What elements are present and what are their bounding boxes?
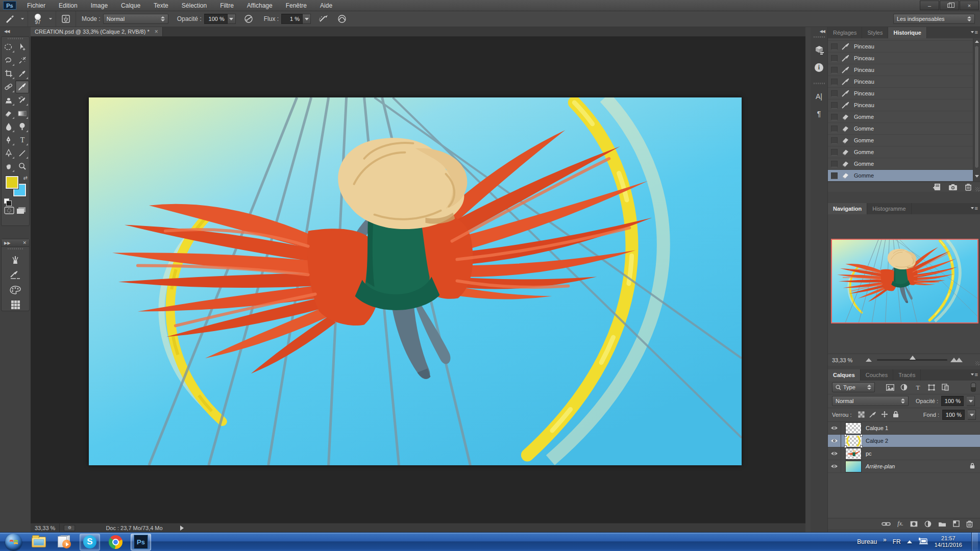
history-entry[interactable]: Pinceau — [828, 64, 980, 76]
layer-row-calque1[interactable]: Calque 1 — [828, 422, 980, 435]
tool-eyedropper[interactable] — [15, 67, 29, 80]
history-source-checkbox[interactable] — [831, 79, 838, 85]
lock-pixels-icon[interactable] — [869, 411, 876, 419]
menu-fenetre[interactable]: Fenêtre — [279, 0, 313, 11]
visibility-eye-icon[interactable] — [828, 435, 841, 447]
tool-history-brush[interactable] — [15, 93, 29, 107]
layer-thumbnail[interactable] — [846, 448, 861, 459]
zoom-slider-thumb[interactable] — [910, 356, 916, 360]
history-source-checkbox[interactable] — [831, 161, 838, 167]
tab-reglages[interactable]: Réglages — [828, 27, 862, 38]
tool-clone-stamp[interactable] — [2, 93, 15, 107]
new-layer-icon[interactable] — [953, 520, 960, 527]
blend-mode-select[interactable]: Normal — [103, 14, 168, 24]
menu-calque[interactable]: Calque — [114, 0, 147, 11]
toggle-brush-panel-button[interactable] — [59, 13, 72, 25]
show-hidden-icons-button[interactable] — [907, 540, 912, 543]
menu-aide[interactable]: Aide — [313, 0, 339, 11]
tool-line-shape[interactable] — [15, 146, 29, 160]
tool-eraser[interactable] — [2, 107, 15, 120]
zoom-in-icon[interactable] — [952, 358, 963, 362]
new-document-from-state-icon[interactable] — [933, 183, 941, 191]
layer-row-calque2-selected[interactable]: Calque 2 — [828, 435, 980, 447]
tab-historique[interactable]: Historique — [888, 27, 926, 38]
network-icon[interactable] — [918, 537, 928, 547]
collapse-panels-icon[interactable]: ◀◀ — [820, 29, 825, 34]
layer-opacity-dropdown[interactable] — [967, 396, 975, 406]
layer-fill-input[interactable]: 100 % — [942, 410, 965, 420]
swap-colors-icon[interactable]: ⇄ — [23, 175, 28, 181]
layer-row-pc[interactable]: pc — [828, 447, 980, 460]
history-entry[interactable]: Pinceau — [828, 41, 980, 53]
lock-all-icon[interactable] — [893, 411, 899, 419]
taskbar-skype[interactable]: S — [80, 534, 100, 550]
lock-position-icon[interactable] — [881, 411, 888, 419]
filter-adjustment-layers-icon[interactable] — [899, 383, 909, 392]
status-zoom-field[interactable]: 33,33 % — [31, 523, 60, 532]
flow-dropdown-button[interactable] — [303, 14, 311, 24]
styles-3d-panel-icon[interactable] — [813, 44, 826, 56]
workspace-select[interactable]: Les indispensables — [893, 14, 975, 24]
delete-state-trash-icon[interactable] — [965, 183, 972, 191]
history-entry[interactable]: Pinceau — [828, 88, 980, 99]
new-group-folder-icon[interactable] — [938, 521, 946, 527]
menu-filtre[interactable]: Filtre — [213, 0, 240, 11]
history-entry[interactable]: Gomme — [828, 135, 980, 146]
canvas[interactable] — [89, 97, 742, 465]
lock-transparency-icon[interactable] — [858, 411, 865, 419]
delete-layer-trash-icon[interactable] — [966, 520, 973, 528]
filter-type-layers-icon[interactable]: T — [913, 383, 923, 392]
menu-image[interactable]: Image — [84, 0, 114, 11]
tool-type[interactable]: T — [15, 133, 29, 146]
airbrush-button[interactable] — [317, 13, 330, 25]
tool-gradient[interactable] — [15, 107, 29, 120]
history-source-checkbox[interactable] — [831, 114, 838, 120]
document-tab[interactable]: CREATION.psd @ 33,3% (Calque 2, RVB/8) *… — [31, 27, 163, 36]
menu-fichier[interactable]: Fichier — [20, 0, 52, 11]
layer-name[interactable]: Arrière-plan — [866, 463, 895, 469]
visibility-eye-icon[interactable] — [828, 447, 841, 460]
history-entry-selected[interactable]: Gomme — [828, 170, 980, 182]
history-source-checkbox[interactable] — [831, 149, 838, 156]
minimize-button[interactable]: – — [920, 1, 939, 10]
tool-pen[interactable] — [2, 133, 15, 146]
history-source-checkbox[interactable] — [831, 137, 838, 144]
history-entry[interactable]: Pinceau — [828, 53, 980, 64]
brush-size-widget[interactable]: 97 — [28, 11, 56, 27]
zoom-slider[interactable] — [877, 359, 947, 361]
history-source-checkbox[interactable] — [831, 102, 838, 109]
history-entry[interactable]: Gomme — [828, 146, 980, 158]
opacity-input[interactable]: 100 % — [204, 14, 228, 24]
flow-input[interactable]: 1 % — [281, 14, 303, 24]
history-panel-menu-icon[interactable]: ≡ — [971, 29, 978, 35]
taskbar-clock[interactable]: 21:57 14/11/2016 — [935, 535, 962, 548]
info-panel-icon[interactable]: i — [813, 61, 826, 73]
taskbar-media-player[interactable] — [54, 534, 75, 550]
menu-edition[interactable]: Edition — [52, 0, 84, 11]
close-panel-icon[interactable]: ✕ — [22, 240, 27, 245]
tool-magic-wand[interactable] — [15, 54, 29, 67]
tab-navigation[interactable]: Navigation — [828, 203, 867, 214]
pressure-size-button[interactable] — [335, 13, 349, 25]
history-entry[interactable]: Gomme — [828, 123, 980, 135]
default-colors-icon[interactable] — [4, 198, 9, 204]
history-source-checkbox[interactable] — [831, 43, 838, 50]
paragraph-panel-icon[interactable]: ¶ — [813, 108, 826, 120]
history-entry[interactable]: Pinceau — [828, 76, 980, 88]
tool-move[interactable] — [15, 40, 29, 54]
taskbar-photoshop-active[interactable]: Ps — [131, 534, 151, 550]
tab-histogramme[interactable]: Histogramme — [867, 203, 911, 214]
restore-button[interactable] — [940, 1, 959, 10]
layers-panel-menu-icon[interactable]: ≡ — [971, 371, 978, 378]
foreground-color-swatch[interactable] — [6, 176, 18, 189]
tool-crop[interactable] — [2, 67, 15, 80]
menu-selection[interactable]: Sélection — [175, 0, 213, 11]
navigator-zoom-value[interactable]: 33,33 % — [832, 357, 852, 363]
pressure-opacity-button[interactable] — [242, 13, 255, 25]
ps-app-icon[interactable]: Ps — [3, 1, 16, 10]
history-scrollbar[interactable] — [973, 38, 980, 182]
desktop-toolbar-label[interactable]: Bureau — [857, 538, 877, 545]
history-entry[interactable]: Pinceau — [828, 99, 980, 111]
layer-thumbnail-selected[interactable] — [846, 436, 861, 446]
new-adjustment-layer-icon[interactable] — [924, 520, 932, 528]
